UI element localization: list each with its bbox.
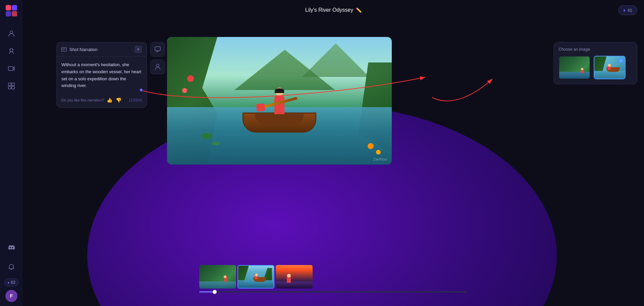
topbar-credits-value: 41: [628, 8, 632, 13]
narration-footer: Do you like this narration? 👍 👎 123/500: [57, 94, 147, 107]
main-image-inner: ZartNow: [167, 37, 392, 165]
figure-hair: [275, 88, 284, 93]
timeline-thumb-1[interactable]: [199, 265, 236, 289]
lilypad-1: [201, 133, 213, 139]
thumbnail-selected-check: ✓: [618, 58, 624, 63]
flower-2: [182, 88, 187, 93]
svg-point-15: [156, 64, 159, 67]
narration-cursor-dot: [140, 89, 143, 91]
svg-point-4: [10, 31, 13, 34]
narration-panel: Shot Narration × Without a moment's hesi…: [56, 42, 147, 108]
narration-icon: [61, 47, 67, 52]
edit-title-icon[interactable]: ✏️: [356, 7, 362, 13]
narration-title: Shot Narration: [69, 47, 98, 52]
watermark: ZartNow: [373, 157, 387, 161]
oar-blade: [256, 103, 265, 112]
narration-feedback-area: Do you like this narration? 👍 👎: [61, 97, 122, 103]
topbar-diamond-icon: ♦: [623, 8, 626, 13]
thumbnail-1[interactable]: [558, 56, 590, 79]
svg-point-7: [12, 50, 13, 50]
thumbup-button[interactable]: 👍: [106, 97, 113, 103]
svg-rect-8: [8, 67, 13, 71]
boat: [236, 89, 323, 133]
sidebar-item-discord[interactable]: [4, 240, 19, 255]
timeline-scrubber-track[interactable]: [199, 291, 468, 293]
svg-rect-3: [12, 11, 17, 16]
main-image-display: ZartNow: [167, 37, 392, 165]
lilypad-2: [212, 141, 220, 145]
timeline-scrubber-handle[interactable]: [213, 290, 217, 294]
flower-1: [187, 75, 194, 82]
boat-hull: [243, 113, 316, 133]
sidebar-item-storyboard[interactable]: [4, 79, 19, 93]
sidebar: ♦ 63 F: [0, 0, 23, 306]
svg-rect-1: [12, 5, 17, 10]
sidebar-item-character[interactable]: [4, 44, 19, 58]
timeline: [199, 265, 468, 293]
bottom-credits-badge[interactable]: ♦ 63: [4, 278, 19, 287]
close-icon: ×: [137, 47, 139, 52]
narration-close-button[interactable]: ×: [135, 46, 142, 53]
user-avatar[interactable]: F: [5, 290, 17, 302]
character-tool[interactable]: [150, 59, 165, 74]
choose-image-title: Choose an image: [558, 47, 632, 52]
choose-image-panel: Choose an image: [553, 42, 637, 84]
topbar: Lily's River Odyssey ✏️ ♦ 41: [23, 0, 644, 20]
svg-rect-10: [12, 83, 14, 86]
speech-bubble-tool[interactable]: [150, 42, 165, 57]
narration-body: Without a moment's hesitation, she embar…: [57, 57, 147, 94]
thumb1-bg: [559, 56, 590, 79]
tool-panel: [150, 42, 165, 74]
topbar-credits[interactable]: ♦ 41: [618, 5, 637, 15]
svg-rect-13: [62, 47, 66, 51]
project-title: Lily's River Odyssey ✏️: [305, 7, 362, 13]
timeline-thumb-3[interactable]: [276, 265, 313, 289]
main-content: Shot Narration × Without a moment's hesi…: [23, 20, 644, 306]
char-count: 123/500: [128, 98, 142, 102]
narration-text[interactable]: Without a moment's hesitation, she embar…: [61, 61, 142, 89]
feedback-label: Do you like this narration?: [61, 98, 104, 102]
image-thumbnails-container: ✓: [558, 56, 632, 79]
oar: [261, 97, 298, 109]
bottom-credits-value: 63: [11, 280, 15, 285]
svg-rect-11: [8, 86, 11, 89]
avatar-letter: F: [10, 293, 13, 299]
sidebar-bottom: ♦ 63 F: [4, 239, 19, 302]
timeline-thumb-2[interactable]: [237, 265, 274, 289]
sidebar-item-notifications[interactable]: [4, 260, 19, 274]
sidebar-item-video[interactable]: [4, 61, 19, 76]
thumbdown-button[interactable]: 👎: [115, 97, 122, 103]
boat-interior: [255, 113, 304, 125]
figure-body: [274, 96, 284, 114]
svg-point-6: [10, 50, 11, 50]
credits-diamond-icon: ♦: [8, 280, 10, 285]
svg-rect-0: [6, 5, 11, 10]
svg-rect-14: [155, 47, 160, 51]
narration-header: Shot Narration ×: [57, 42, 147, 57]
orange-flower-2: [376, 150, 381, 155]
svg-rect-12: [12, 86, 14, 89]
timeline-thumbnails: [199, 265, 468, 289]
project-name: Lily's River Odyssey: [305, 7, 354, 13]
character-figure: [274, 88, 284, 114]
sidebar-item-user[interactable]: [4, 26, 19, 41]
svg-point-5: [10, 48, 13, 52]
svg-rect-9: [8, 83, 11, 86]
app-logo[interactable]: [5, 4, 18, 17]
svg-rect-2: [6, 11, 11, 16]
thumbnail-2[interactable]: ✓: [594, 56, 626, 79]
thumbdown-icon: 👎: [116, 97, 121, 103]
narration-title-area: Shot Narration: [61, 47, 98, 52]
timeline-scrubber-fill: [199, 291, 213, 293]
thumbup-icon: 👍: [107, 97, 112, 103]
figure-head: [275, 88, 283, 96]
